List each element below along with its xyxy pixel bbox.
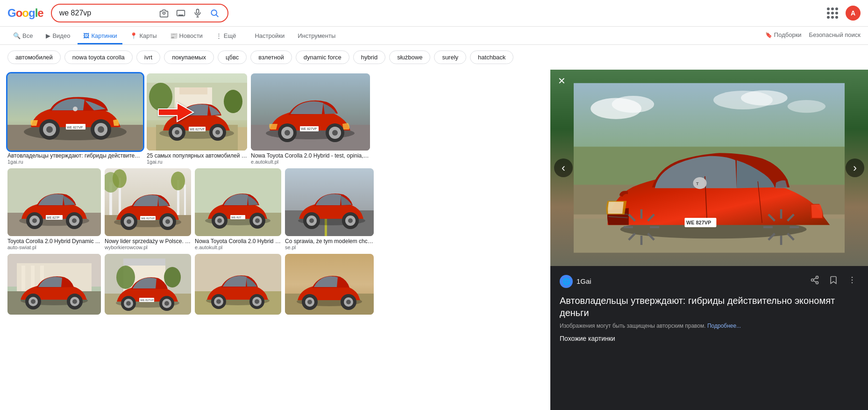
svg-point-194	[852, 282, 853, 284]
tab-settings[interactable]: Настройки	[249, 29, 290, 44]
save-button[interactable]	[827, 273, 840, 289]
collections-link[interactable]: 🔖 Подборки	[765, 31, 801, 38]
svg-point-31	[215, 130, 220, 135]
chip-avtomobiley[interactable]: автомобилей	[7, 50, 61, 64]
img-2-source: 1gai.ru	[147, 159, 247, 165]
svg-point-80	[217, 218, 222, 223]
grid-item-5[interactable]: WE 827VP Nowy lider sprzedaży w Polsce. …	[105, 168, 191, 250]
search-submit-icon[interactable]	[209, 7, 220, 19]
user-avatar[interactable]: A	[846, 6, 861, 21]
img-5-source: wyborkierowcow.pl	[105, 245, 191, 250]
mic-icon[interactable]	[192, 7, 203, 19]
grid-item-10[interactable]	[195, 254, 281, 316]
svg-point-3	[211, 10, 217, 15]
learn-more-link[interactable]: Подробнее...	[707, 323, 741, 329]
tab-more-label: Ещё	[224, 32, 236, 39]
svg-point-189	[816, 281, 818, 284]
grid-item-3[interactable]: WE 827VP Nowa Toyota Corolla 2.0 Hybrid …	[251, 73, 370, 165]
chip-ivrt[interactable]: ivrt	[136, 50, 160, 64]
grid-item-9[interactable]: WE 827VP	[105, 254, 191, 316]
svg-point-192	[852, 277, 853, 278]
svg-text:WE 827P: WE 827P	[47, 216, 59, 219]
grid-item-8[interactable]	[7, 254, 101, 316]
source-name: 1Gai	[576, 277, 591, 285]
svg-point-54	[72, 218, 77, 223]
panel-similar[interactable]: Похожие картинки	[560, 335, 859, 342]
source-globe-icon: 🌐	[560, 275, 573, 288]
chip-surely[interactable]: surely	[434, 50, 466, 64]
svg-text:WE 827VP: WE 827VP	[686, 220, 711, 225]
img-7-source: se.pl	[285, 245, 374, 250]
search-input[interactable]	[59, 9, 155, 17]
tab-all[interactable]: 🔍 Все	[7, 29, 38, 44]
chip-hatchback[interactable]: hatchback	[470, 50, 513, 64]
panel-close-button[interactable]: ✕	[558, 75, 566, 86]
tab-images-label: Картинки	[91, 32, 117, 39]
chip-nowa-toyota[interactable]: nowa toyota corolla	[64, 50, 133, 64]
grid-item-1[interactable]: WE 827VP Автовладельцы утверждают: гибри…	[7, 73, 143, 165]
panel-info: 🌐 1Gai	[550, 266, 868, 410]
grid-row-2: WE 827P Toyota Corolla 2.0 Hybrid Dynami…	[7, 168, 543, 250]
svg-point-16	[73, 107, 78, 111]
svg-point-40	[285, 130, 290, 136]
more-options-button[interactable]	[846, 273, 859, 289]
grid-item-2[interactable]: WE 827VP 25 самых популярных автомобилей…	[147, 73, 247, 165]
tab-video[interactable]: ▶ Видео	[40, 29, 76, 44]
grid-item-7[interactable]: Co sprawia, że tym modelem chce się jeź.…	[285, 168, 374, 250]
svg-text:WE 827VP: WE 827VP	[140, 299, 154, 302]
chip-tsbvs[interactable]: цбвс	[218, 50, 247, 64]
grid-row-1: WE 827VP Автовладельцы утверждают: гибри…	[7, 73, 543, 165]
grid-item-11[interactable]	[285, 254, 374, 316]
panel-image-area: ‹	[550, 70, 868, 266]
panel-next-button[interactable]: ›	[846, 158, 864, 177]
more-nav-icon: ⋮	[216, 32, 222, 39]
search-nav-icon: 🔍	[13, 32, 21, 39]
svg-point-147	[741, 90, 788, 106]
svg-point-83	[255, 218, 260, 223]
camera-icon[interactable]	[158, 7, 170, 19]
svg-point-64	[171, 172, 185, 190]
apps-icon[interactable]	[827, 7, 838, 19]
main-layout: WE 827VP Автовладельцы утверждают: гибри…	[0, 70, 868, 410]
svg-point-13	[98, 126, 104, 133]
svg-point-156	[693, 177, 707, 189]
svg-point-72	[165, 219, 170, 224]
svg-point-130	[216, 299, 221, 304]
chip-dynamic-force[interactable]: dynamic force	[296, 50, 349, 64]
maps-nav-icon: 📍	[130, 32, 137, 39]
news-nav-icon: 📰	[170, 32, 178, 39]
chip-pokupayemykh[interactable]: покупаемых	[164, 50, 214, 64]
tab-news-label: Новости	[179, 32, 203, 39]
grid-item-4[interactable]: WE 827P Toyota Corolla 2.0 Hybrid Dynami…	[7, 168, 101, 250]
svg-point-148	[788, 100, 826, 113]
images-nav-icon: 🖼	[83, 32, 89, 39]
svg-point-145	[612, 96, 655, 113]
tab-maps[interactable]: 📍 Карты	[124, 29, 162, 44]
svg-point-193	[852, 280, 853, 281]
svg-point-142	[346, 300, 351, 304]
keyboard-icon[interactable]	[175, 7, 186, 19]
chip-hybrid[interactable]: hybrid	[353, 50, 385, 64]
panel-source-row: 🌐 1Gai	[560, 273, 859, 289]
img-4-caption: Toyota Corolla 2.0 Hybrid Dynamic ...	[7, 238, 101, 245]
chip-sluzbowe[interactable]: służbowe	[389, 50, 430, 64]
svg-text:T: T	[696, 181, 699, 186]
svg-rect-2	[196, 9, 199, 14]
tab-tools-label: Инструменты	[298, 32, 335, 39]
svg-point-139	[307, 300, 312, 304]
svg-point-22	[224, 90, 242, 113]
svg-text:WE 827VP: WE 827VP	[301, 127, 317, 130]
panel-actions	[808, 273, 859, 289]
tab-images[interactable]: 🖼 Картинки	[78, 29, 122, 44]
tab-news[interactable]: 📰 Новости	[164, 29, 208, 44]
share-button[interactable]	[808, 273, 821, 289]
tab-more[interactable]: ⋮ Ещё	[210, 29, 242, 44]
panel-prev-button[interactable]: ‹	[554, 158, 573, 177]
safe-search-link[interactable]: Безопасный поиск	[809, 31, 861, 38]
img-6-source: e.autokult.pl	[195, 245, 281, 250]
chip-vzletnoy[interactable]: взлетной	[250, 50, 292, 64]
tab-tools[interactable]: Инструменты	[292, 29, 341, 44]
grid-item-6[interactable]: WE 827 Nowa Toyota Corolla 2.0 Hybrid - …	[195, 168, 281, 250]
svg-text:WE 827VP: WE 827VP	[141, 217, 155, 220]
nav-right: 🔖 Подборки Безопасный поиск	[765, 31, 861, 42]
